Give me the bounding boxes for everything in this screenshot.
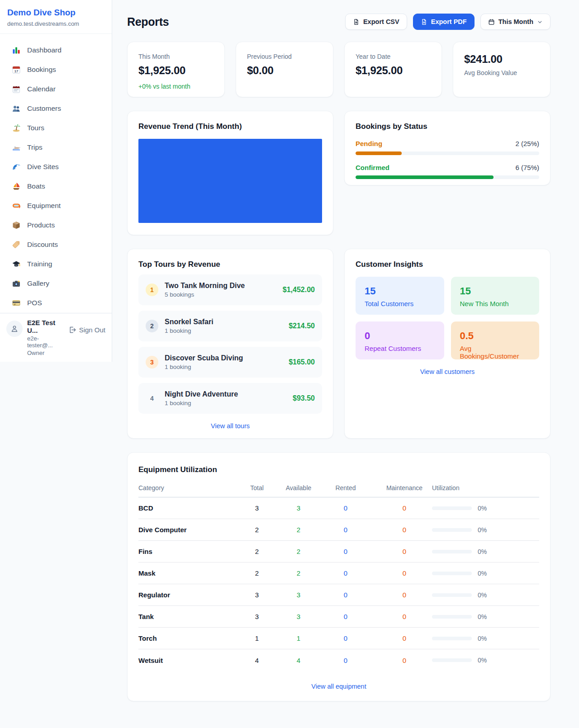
insight-label: Repeat Customers bbox=[365, 345, 435, 352]
status-bar-track bbox=[356, 151, 539, 155]
stat-label: Avg Booking Value bbox=[464, 69, 539, 76]
sidebar-item-discounts[interactable]: Discounts bbox=[5, 235, 106, 254]
sailboat-icon bbox=[12, 182, 21, 191]
sidebar-item-tours[interactable]: Tours bbox=[5, 118, 106, 137]
cell-category: Mask bbox=[138, 569, 231, 577]
wave-icon bbox=[12, 162, 21, 171]
cell-utilization: 0% bbox=[432, 657, 539, 664]
svg-text:17: 17 bbox=[14, 69, 18, 73]
graduation-cap-icon bbox=[12, 260, 21, 269]
tour-row: 2 Snorkel Safari 1 booking $214.50 bbox=[138, 311, 322, 341]
column-header-maintenance: Maintenance bbox=[377, 484, 432, 497]
sign-out-button[interactable]: Sign Out bbox=[68, 326, 105, 334]
table-header-row: Category Total Available Rented Maintena… bbox=[138, 484, 539, 497]
sidebar-item-boats[interactable]: Boats bbox=[5, 176, 106, 196]
tour-rank-badge: 1 bbox=[146, 284, 158, 296]
table-row: Torch 1 1 0 0 0% bbox=[138, 628, 539, 649]
cell-total: 3 bbox=[231, 591, 283, 599]
table-row: Tank 3 3 0 0 0% bbox=[138, 606, 539, 628]
sidebar-item-label: Tours bbox=[27, 124, 44, 132]
sidebar-item-label: Bookings bbox=[27, 66, 56, 74]
insight-tile-new-this-month: 15 New This Month bbox=[451, 277, 540, 315]
cell-available: 2 bbox=[283, 526, 314, 534]
sidebar-item-equipment[interactable]: Equipment bbox=[5, 196, 106, 215]
sidebar: Demo Dive Shop demo.test.divestreams.com… bbox=[0, 0, 112, 362]
cell-maintenance: 0 bbox=[377, 657, 432, 664]
revenue-trend-card: Revenue Trend (This Month) bbox=[127, 111, 333, 235]
utilization-percent: 0% bbox=[478, 505, 487, 512]
utilization-percent: 0% bbox=[478, 657, 487, 664]
cell-available: 2 bbox=[283, 548, 314, 555]
tour-rank-badge: 2 bbox=[146, 320, 158, 332]
dive-mask-icon bbox=[12, 201, 21, 210]
utilization-percent: 0% bbox=[478, 570, 487, 577]
status-bar-track bbox=[356, 175, 539, 179]
tour-name: Snorkel Safari bbox=[165, 318, 282, 326]
cell-total: 3 bbox=[231, 613, 283, 620]
sidebar-item-gallery[interactable]: Gallery bbox=[5, 274, 106, 293]
period-dropdown[interactable]: This Month bbox=[480, 14, 551, 30]
tag-icon bbox=[12, 240, 21, 249]
cell-total: 1 bbox=[231, 634, 283, 642]
tour-bookings: 1 booking bbox=[165, 327, 282, 334]
equipment-utilization-card: Equipment Utilization Category Total Ava… bbox=[127, 452, 551, 701]
cell-available: 3 bbox=[283, 504, 314, 512]
file-download-icon bbox=[353, 19, 360, 25]
speedboat-icon bbox=[12, 143, 21, 152]
table-row: Fins 2 2 0 0 0% bbox=[138, 541, 539, 563]
view-all-customers-link[interactable]: View all customers bbox=[356, 368, 539, 375]
sidebar-item-label: Trips bbox=[27, 143, 43, 151]
export-csv-button[interactable]: Export CSV bbox=[345, 14, 407, 30]
cell-rented: 0 bbox=[314, 504, 377, 512]
chevron-down-icon bbox=[537, 19, 543, 25]
cell-category: Regulator bbox=[138, 591, 231, 599]
island-icon bbox=[12, 123, 21, 132]
sidebar-item-trips[interactable]: Trips bbox=[5, 137, 106, 157]
status-bar-fill bbox=[356, 151, 402, 155]
tour-name: Two Tank Morning Dive bbox=[165, 282, 276, 290]
utilization-percent: 0% bbox=[478, 526, 487, 534]
utilization-bar-track bbox=[432, 593, 472, 597]
utilization-bar-track bbox=[432, 658, 472, 662]
tour-revenue: $165.00 bbox=[289, 358, 315, 366]
cell-rented: 0 bbox=[314, 569, 377, 577]
cell-total: 4 bbox=[231, 657, 283, 664]
stat-value: $1,925.00 bbox=[356, 64, 431, 77]
tour-rank-badge: 3 bbox=[146, 356, 158, 369]
sidebar-item-label: Equipment bbox=[27, 202, 61, 210]
cell-utilization: 0% bbox=[432, 591, 539, 599]
sidebar-item-training[interactable]: Training bbox=[5, 254, 106, 274]
avatar bbox=[6, 321, 23, 337]
view-all-equipment-link[interactable]: View all equipment bbox=[138, 683, 539, 690]
tour-row: 3 Discover Scuba Diving 1 booking $165.0… bbox=[138, 347, 322, 378]
sidebar-item-dive-sites[interactable]: Dive Sites bbox=[5, 157, 106, 176]
sidebar-item-products[interactable]: Products bbox=[5, 215, 106, 235]
sidebar-item-label: Calendar bbox=[27, 85, 56, 93]
insight-value: 15 bbox=[365, 285, 435, 297]
export-csv-label: Export CSV bbox=[363, 18, 399, 25]
stat-value: $0.00 bbox=[247, 64, 322, 77]
insight-tile-avg-bookings: 0.5 Avg Bookings/Customer bbox=[451, 321, 540, 359]
cell-category: Torch bbox=[138, 634, 231, 642]
sidebar-item-calendar[interactable]: Calendar bbox=[5, 79, 106, 99]
cell-category: Dive Computer bbox=[138, 526, 231, 534]
cell-rented: 0 bbox=[314, 613, 377, 620]
sidebar-item-dashboard[interactable]: Dashboard bbox=[5, 40, 106, 60]
equipment-rows: BCD 3 3 0 0 0% Dive Computer 2 bbox=[138, 497, 539, 671]
export-pdf-button[interactable]: Export PDF bbox=[413, 14, 475, 30]
cell-available: 4 bbox=[283, 657, 314, 664]
stat-value: $241.00 bbox=[464, 53, 539, 66]
cell-total: 2 bbox=[231, 526, 283, 534]
view-all-tours-link[interactable]: View all tours bbox=[138, 422, 322, 430]
sidebar-item-customers[interactable]: Customers bbox=[5, 99, 106, 118]
status-label: Pending bbox=[356, 140, 382, 147]
sidebar-item-pos[interactable]: POS bbox=[5, 293, 106, 312]
insight-label: Avg Bookings/Customer bbox=[460, 345, 531, 360]
utilization-percent: 0% bbox=[478, 591, 487, 599]
sidebar-nav: Dashboard 17 Bookings Calendar Customers… bbox=[0, 34, 112, 313]
column-header-category: Category bbox=[138, 484, 231, 497]
bookings-by-status-title: Bookings by Status bbox=[356, 122, 539, 131]
sidebar-item-bookings[interactable]: 17 Bookings bbox=[5, 60, 106, 79]
cell-utilization: 0% bbox=[432, 635, 539, 642]
column-header-utilization: Utilization bbox=[432, 484, 539, 497]
